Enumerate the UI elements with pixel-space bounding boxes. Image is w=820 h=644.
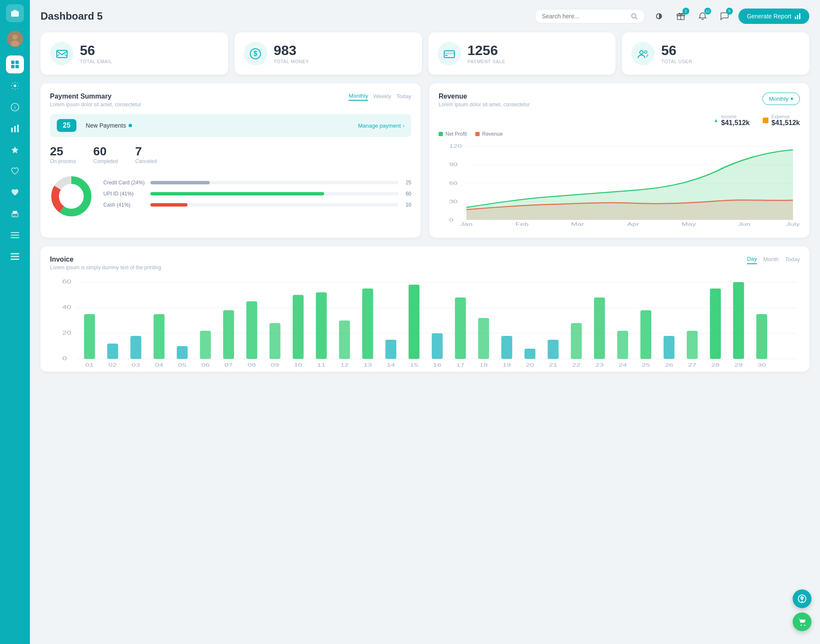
sidebar-item-menu[interactable] xyxy=(6,226,24,244)
sidebar-item-list[interactable] xyxy=(6,248,24,265)
legend-revenue: Revenue xyxy=(475,131,503,137)
svg-text:Jun: Jun xyxy=(738,221,750,227)
search-icon[interactable] xyxy=(631,13,638,20)
svg-text:Feb: Feb xyxy=(515,221,529,227)
expense-label: Expense xyxy=(771,114,800,119)
support-fab[interactable] xyxy=(793,589,811,608)
svg-rect-92 xyxy=(524,349,536,359)
svg-text:04: 04 xyxy=(155,362,164,367)
invoice-tab-month[interactable]: Month xyxy=(763,256,779,264)
donut-chart xyxy=(50,175,93,218)
svg-rect-1 xyxy=(13,10,17,12)
svg-rect-87 xyxy=(409,285,420,359)
generate-report-button[interactable]: Generate Report xyxy=(738,9,809,24)
invoice-section: Invoice Lorem ipsum is simply dummy text… xyxy=(41,246,809,372)
svg-rect-7 xyxy=(11,65,15,68)
sidebar-item-dashboard[interactable] xyxy=(6,55,24,73)
svg-text:60: 60 xyxy=(62,279,71,284)
canceled-label: Canceled xyxy=(135,158,157,164)
user-icon xyxy=(631,42,655,65)
tab-today-payment[interactable]: Today xyxy=(396,93,411,100)
sidebar-logo[interactable] xyxy=(6,4,24,22)
chat-btn[interactable]: 5 xyxy=(717,9,732,24)
invoice-tab-today[interactable]: Today xyxy=(785,256,800,264)
stats-grid: 56 TOTAL EMAIL $ 983 TOTAL MONEY xyxy=(41,32,809,75)
svg-point-3 xyxy=(12,35,18,40)
svg-rect-14 xyxy=(17,125,19,132)
email-icon xyxy=(50,42,73,65)
revenue-title: Revenue xyxy=(439,93,530,100)
cart-fab[interactable] xyxy=(793,612,811,631)
svg-rect-82 xyxy=(293,295,304,359)
svg-point-4 xyxy=(11,41,19,47)
on-process-num: 25 xyxy=(50,145,76,158)
sidebar-item-favorites[interactable] xyxy=(6,141,24,159)
svg-rect-93 xyxy=(548,340,559,359)
income-meta: ▲ Income $41,512k xyxy=(714,114,750,127)
cash-fill xyxy=(150,203,187,207)
stat-card-payment-sale: 1256 PAYMENT SALE xyxy=(428,32,616,75)
svg-text:27: 27 xyxy=(688,362,697,367)
invoice-chart-svg: 60 40 20 0 xyxy=(50,277,800,371)
payment-summary-card: Payment Summary Lorem ipsum dolor sit am… xyxy=(41,83,421,238)
theme-toggle-btn[interactable] xyxy=(651,9,667,24)
svg-text:19: 19 xyxy=(503,362,511,367)
invoice-tabs: Day Month Today xyxy=(747,256,800,264)
fab-container xyxy=(793,589,811,631)
revenue-period-dropdown[interactable]: Monthly ▾ xyxy=(762,93,800,105)
gift-btn[interactable]: 2 xyxy=(673,9,688,24)
svg-text:90: 90 xyxy=(449,162,457,167)
tab-monthly-payment[interactable]: Monthly xyxy=(348,93,368,101)
svg-rect-86 xyxy=(385,340,396,359)
sidebar-item-heart-outline[interactable] xyxy=(6,162,24,180)
svg-text:0: 0 xyxy=(449,217,453,222)
svg-rect-98 xyxy=(664,336,675,359)
svg-text:25: 25 xyxy=(641,362,650,367)
svg-rect-74 xyxy=(107,344,118,359)
sidebar-item-analytics[interactable] xyxy=(6,119,24,137)
svg-text:Apr: Apr xyxy=(627,221,639,227)
svg-text:20: 20 xyxy=(526,362,534,367)
search-input[interactable] xyxy=(542,13,627,20)
svg-text:23: 23 xyxy=(595,362,604,367)
invoice-title: Invoice xyxy=(50,256,161,263)
manage-payment-link[interactable]: Manage payment › xyxy=(358,122,404,129)
sidebar-item-settings[interactable] xyxy=(6,77,24,95)
svg-text:21: 21 xyxy=(549,362,557,367)
sidebar-item-heart-filled[interactable] xyxy=(6,184,24,201)
cash-value: 10 xyxy=(403,202,411,208)
income-label: Income xyxy=(721,114,750,119)
svg-rect-102 xyxy=(756,314,767,359)
svg-text:08: 08 xyxy=(248,362,256,367)
invoice-bar-chart: 60 40 20 0 xyxy=(50,277,800,362)
svg-rect-78 xyxy=(200,331,211,359)
avatar[interactable] xyxy=(7,31,23,47)
credit-card-value: 25 xyxy=(403,180,411,186)
svg-text:05: 05 xyxy=(178,362,187,367)
total-money-num: 983 xyxy=(274,44,309,57)
sidebar-item-info[interactable]: i xyxy=(6,98,24,116)
svg-text:120: 120 xyxy=(449,143,462,149)
svg-text:11: 11 xyxy=(317,362,326,367)
bell-btn[interactable]: 12 xyxy=(695,9,710,24)
upi-fill xyxy=(150,192,324,195)
svg-rect-19 xyxy=(13,216,15,217)
sidebar-item-print[interactable] xyxy=(6,205,24,223)
payment-summary-title: Payment Summary xyxy=(50,93,141,100)
svg-point-136 xyxy=(804,625,805,626)
svg-text:10: 10 xyxy=(294,362,302,367)
tab-weekly-payment[interactable]: Weekly xyxy=(373,93,391,100)
svg-text:12: 12 xyxy=(340,362,349,367)
notification-dot xyxy=(129,124,132,127)
invoice-tab-day[interactable]: Day xyxy=(747,256,757,264)
svg-rect-80 xyxy=(246,301,258,359)
completed-label: Completed xyxy=(93,158,118,164)
svg-rect-32 xyxy=(797,15,798,19)
bell-badge: 12 xyxy=(704,8,711,15)
revenue-dot xyxy=(475,132,480,136)
page-title: Dashboard 5 xyxy=(41,10,102,22)
svg-text:13: 13 xyxy=(363,362,372,367)
svg-text:July: July xyxy=(786,221,800,227)
net-profit-dot xyxy=(439,132,443,136)
svg-rect-13 xyxy=(14,126,16,132)
